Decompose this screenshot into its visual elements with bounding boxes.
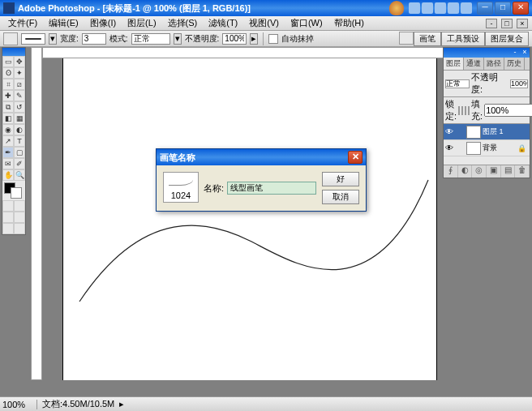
mdi-close[interactable]: × <box>517 19 528 28</box>
layer-row-1[interactable]: 👁 图层 1 <box>444 124 530 140</box>
tool-type[interactable]: T <box>14 135 25 147</box>
standard-mode[interactable] <box>2 200 14 212</box>
screen-standard[interactable] <box>2 212 14 223</box>
adjustment-button[interactable]: ◎ <box>472 165 487 178</box>
background-color[interactable] <box>11 187 22 199</box>
tool-path[interactable]: ↗ <box>2 135 14 147</box>
mdi-minimize[interactable]: - <box>486 19 497 28</box>
tool-slice[interactable]: ⧄ <box>14 79 25 90</box>
menu-image[interactable]: 图像(I) <box>85 17 121 29</box>
menu-file[interactable]: 文件(F) <box>3 17 42 29</box>
layer-thumbnail[interactable] <box>466 126 481 139</box>
status-bar: 100% 文档:4.50M/10.5M ▸ <box>0 396 532 411</box>
tab-layers[interactable]: 图层 <box>444 58 464 70</box>
tool-move[interactable]: ✥ <box>14 56 25 67</box>
opacity-input[interactable] <box>222 33 247 45</box>
opacity-dropdown[interactable]: ▸ <box>250 33 258 45</box>
screen-full-menubar[interactable] <box>14 212 25 223</box>
menu-edit[interactable]: 编辑(E) <box>44 17 84 29</box>
doc-info[interactable]: 文档:4.50M/10.5M <box>37 398 119 410</box>
dialog-titlebar[interactable]: 画笔名称 ✕ <box>157 149 366 165</box>
width-input[interactable] <box>82 33 106 45</box>
tool-lasso[interactable]: ʘ <box>2 67 14 79</box>
tool-eraser[interactable]: ◧ <box>2 113 14 124</box>
menu-select[interactable]: 选择(S) <box>163 17 203 29</box>
menu-view[interactable]: 视图(V) <box>244 17 284 29</box>
tool-shape[interactable]: ▢ <box>14 147 25 158</box>
mdi-restore[interactable]: □ <box>501 19 513 28</box>
panel-close-icon[interactable]: × <box>520 48 530 58</box>
tab-history[interactable]: 历史 <box>504 58 525 70</box>
mode-select[interactable] <box>131 33 170 45</box>
tool-eyedropper[interactable]: ✐ <box>14 158 25 169</box>
mode-dropdown[interactable]: ▾ <box>174 33 182 45</box>
mask-button[interactable]: ◐ <box>458 165 473 178</box>
tool-pen[interactable]: ✒ <box>2 147 14 158</box>
ruler-vertical[interactable] <box>31 47 42 380</box>
layer-name[interactable]: 图层 1 <box>483 126 504 137</box>
tool-crop[interactable]: ⌗ <box>2 79 14 90</box>
brush-preview[interactable] <box>21 33 45 45</box>
tool-stamp[interactable]: ⧉ <box>2 101 14 113</box>
tool-hand[interactable]: ✋ <box>2 169 14 181</box>
layer-name[interactable]: 背景 <box>483 143 497 153</box>
tool-blur[interactable]: ◉ <box>2 124 14 135</box>
menu-layer[interactable]: 图层(L) <box>122 17 161 29</box>
blend-mode-select[interactable] <box>445 79 470 88</box>
tool-notes[interactable]: ✉ <box>2 158 14 169</box>
tool-marquee[interactable]: ▭ <box>2 56 14 67</box>
document-canvas[interactable] <box>63 58 436 380</box>
lock-pixels[interactable] <box>461 106 463 115</box>
tool-heal[interactable]: ✚ <box>2 90 14 101</box>
brush-name-input[interactable] <box>227 182 316 195</box>
zoom-field[interactable]: 100% <box>0 400 37 409</box>
fx-button[interactable]: ∮ <box>444 165 458 178</box>
ok-button[interactable]: 好 <box>322 172 359 186</box>
visibility-icon[interactable]: 👁 <box>444 143 455 152</box>
tool-preset-picker[interactable] <box>3 32 18 45</box>
lock-position[interactable] <box>465 106 466 115</box>
jump-button[interactable] <box>14 223 25 234</box>
lock-all[interactable] <box>468 106 470 115</box>
tool-dodge[interactable]: ◐ <box>14 124 25 135</box>
layer-row-background[interactable]: 👁 背景 🔒 <box>444 140 530 156</box>
palette-brushes-button[interactable]: 画笔 <box>414 32 441 46</box>
screen-full[interactable] <box>2 223 14 234</box>
assistant-mascot-icon[interactable] <box>389 1 404 15</box>
palette-toolpresets-button[interactable]: 工具预设 <box>441 32 485 46</box>
delete-layer-button[interactable]: 🗑 <box>515 165 530 178</box>
autoerase-checkbox[interactable] <box>268 34 278 44</box>
tab-channels[interactable]: 通道 <box>464 58 484 70</box>
tool-history-brush[interactable]: ↺ <box>14 101 25 113</box>
panel-header[interactable]: -× <box>444 48 530 58</box>
maximize-button[interactable]: □ <box>495 2 511 15</box>
menu-help[interactable]: 帮助(H) <box>329 17 369 29</box>
width-label: 宽度: <box>60 33 79 45</box>
quickmask-mode[interactable] <box>14 200 25 212</box>
lock-label: 锁定: <box>445 98 457 122</box>
toolbox-header[interactable] <box>2 48 25 56</box>
info-dropdown-icon[interactable]: ▸ <box>119 399 124 409</box>
tool-zoom[interactable]: 🔍 <box>14 169 25 181</box>
dialog-close-button[interactable]: ✕ <box>348 151 363 164</box>
new-layer-button[interactable]: ▤ <box>501 165 516 178</box>
layer-thumbnail[interactable] <box>466 142 481 155</box>
lock-transparency[interactable] <box>458 106 460 115</box>
palette-layercomps-button[interactable]: 图层复合 <box>485 32 529 46</box>
visibility-icon[interactable]: 👁 <box>444 127 455 136</box>
toggle-palettes-button[interactable] <box>399 32 414 45</box>
menu-filter[interactable]: 滤镜(T) <box>204 17 242 29</box>
tab-paths[interactable]: 路径 <box>484 58 504 70</box>
tool-wand[interactable]: ✦ <box>14 67 25 79</box>
minimize-button[interactable]: ─ <box>477 2 493 15</box>
layer-opacity-input[interactable] <box>510 79 528 88</box>
fill-input[interactable] <box>484 104 532 117</box>
brush-dropdown[interactable]: ▾ <box>49 33 57 45</box>
cancel-button[interactable]: 取消 <box>322 190 359 204</box>
panel-minimize-icon[interactable]: - <box>510 48 520 58</box>
group-button[interactable]: ▣ <box>487 165 501 178</box>
tool-brush[interactable]: ✎ <box>14 90 25 101</box>
tool-gradient[interactable]: ▦ <box>14 113 25 124</box>
menu-window[interactable]: 窗口(W) <box>285 17 328 29</box>
close-button[interactable]: ✕ <box>513 2 529 15</box>
